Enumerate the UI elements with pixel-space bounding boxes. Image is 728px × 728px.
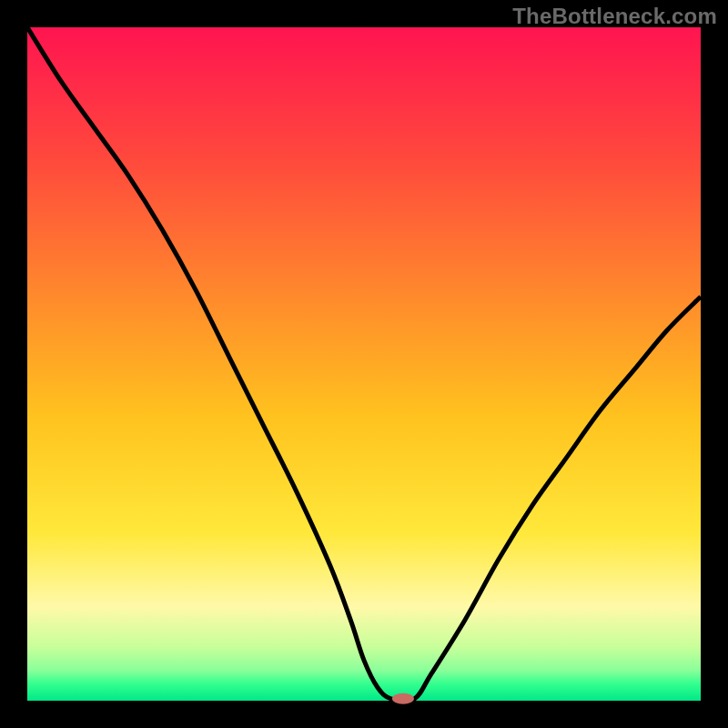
plot-background (27, 27, 701, 701)
watermark-text: TheBottleneck.com (512, 4, 717, 29)
chart-frame: TheBottleneck.com (0, 0, 728, 728)
optimum-marker (392, 693, 414, 704)
bottleneck-chart (0, 0, 728, 728)
